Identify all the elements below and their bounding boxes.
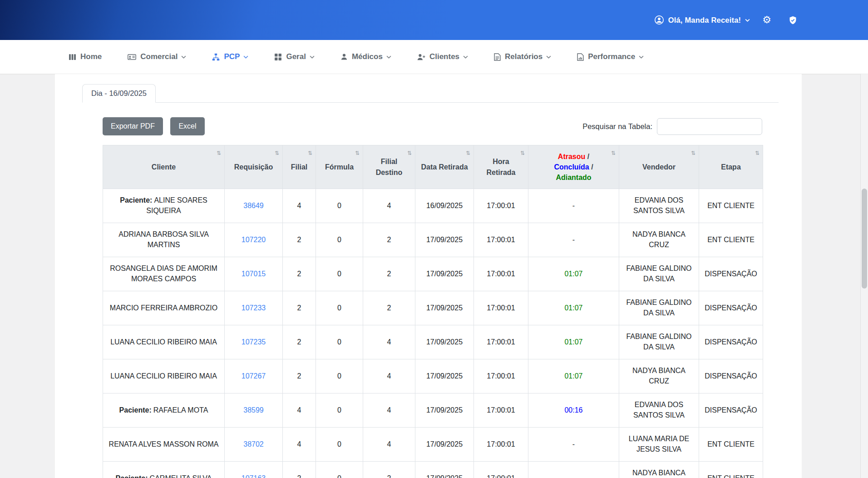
- cell-cliente: LUANA CECILIO RIBEIRO MAIA: [103, 359, 225, 393]
- cell-vendedor: EDVANIA DOS SANTOS SILVA: [619, 393, 699, 428]
- col-header-label: Etapa: [721, 163, 741, 171]
- requisition-link[interactable]: 107235: [242, 338, 266, 346]
- cell-vendedor: EDVANIA DOS SANTOS SILVA: [619, 189, 699, 223]
- cell-requisicao: 38649: [225, 189, 283, 223]
- col-header-etapa[interactable]: ⇅Etapa: [699, 145, 763, 189]
- table-row: RENATA ALVES MASSON ROMA 38702 4 0 4 17/…: [103, 428, 763, 462]
- cell-vendedor: LUANA MARIA DE JESUS SILVA: [619, 428, 699, 462]
- cell-data-retirada: 16/09/2025: [415, 189, 474, 223]
- requisition-link[interactable]: 107233: [242, 304, 266, 312]
- cell-formula: 0: [316, 223, 363, 257]
- cell-requisicao: 38702: [225, 428, 283, 462]
- nav-item-comercial[interactable]: Comercial: [128, 52, 186, 61]
- table-row: LUANA CECILIO RIBEIRO MAIA 107235 2 0 4 …: [103, 325, 763, 359]
- cell-formula: 0: [316, 428, 363, 462]
- excel-button[interactable]: Excel: [170, 117, 204, 135]
- cell-cliente: Paciente:ALINE SOARES SIQUEIRA: [103, 189, 225, 223]
- cell-cliente: LUANA CECILIO RIBEIRO MAIA: [103, 325, 225, 359]
- col-header-status[interactable]: ⇅ Atrasou / Concluída / Adiantado: [528, 145, 619, 189]
- cell-cliente: ADRIANA BARBOSA SILVA MARTINS: [103, 223, 225, 257]
- export-pdf-button[interactable]: Exportar PDF: [103, 117, 163, 135]
- cell-cliente: ROSANGELA DIAS DE AMORIM MORAES CAMPOS: [103, 257, 225, 291]
- col-header-cliente[interactable]: ⇅Cliente: [103, 145, 225, 189]
- cell-data-retirada: 17/09/2025: [415, 359, 474, 393]
- cell-filial: 4: [283, 428, 316, 462]
- col-header-vendedor[interactable]: ⇅Vendedor: [619, 145, 699, 189]
- status-separator: /: [585, 153, 589, 160]
- requisition-link[interactable]: 38702: [243, 440, 264, 448]
- topbar-right: Olá, Manda Receita! ⚙: [654, 15, 798, 25]
- cell-hora-retirada: 17:00:01: [474, 189, 528, 223]
- user-menu[interactable]: Olá, Manda Receita!: [654, 15, 750, 25]
- col-header-label: Requisição: [234, 163, 273, 171]
- search-input[interactable]: [657, 118, 762, 135]
- cell-status: 01:07: [528, 257, 619, 291]
- requisition-link[interactable]: 38649: [243, 202, 264, 209]
- tab-bar: Dia - 16/09/2025: [82, 74, 779, 103]
- cell-filial: 2: [283, 325, 316, 359]
- nav-item-pcp[interactable]: PCP: [212, 52, 248, 61]
- main-nav: Home Comercial PCP Geral Médicos Cliente…: [0, 40, 868, 74]
- nav-item-home[interactable]: Home: [69, 52, 102, 61]
- cell-cliente: RENATA ALVES MASSON ROMA: [103, 428, 225, 462]
- col-header-label: Filial Destino: [376, 158, 403, 176]
- gear-icon[interactable]: ⚙: [762, 15, 771, 25]
- nav-label: Médicos: [352, 52, 383, 61]
- sort-icon: ⇅: [691, 149, 695, 157]
- export-buttons: Exportar PDF Excel: [103, 117, 210, 135]
- chevron-down-icon: [386, 55, 391, 59]
- patient-prefix: Paciente:: [115, 474, 148, 478]
- cell-status: -: [528, 462, 619, 478]
- col-header-requisicao[interactable]: ⇅Requisição: [225, 145, 283, 189]
- col-header-data-retirada[interactable]: ⇅Data Retirada: [415, 145, 474, 189]
- col-header-hora-retirada[interactable]: ⇅Hora Retirada: [474, 145, 528, 189]
- table-header-row: ⇅Cliente ⇅Requisição ⇅Filial ⇅Fórmula ⇅F…: [103, 145, 763, 189]
- cell-etapa: DISPENSAÇÃO: [699, 359, 763, 393]
- tab-day[interactable]: Dia - 16/09/2025: [82, 84, 156, 103]
- cell-requisicao: 107220: [225, 223, 283, 257]
- cell-hora-retirada: 17:00:01: [474, 257, 528, 291]
- cell-filial-destino: 4: [363, 325, 415, 359]
- requisitions-table: ⇅Cliente ⇅Requisição ⇅Filial ⇅Fórmula ⇅F…: [103, 145, 763, 478]
- status-late-label: Atrasou: [558, 153, 585, 160]
- nav-item-performance[interactable]: Performance: [577, 52, 644, 61]
- toolbar: Exportar PDF Excel Pesquisar na Tabela:: [103, 117, 762, 135]
- cell-filial: 2: [283, 257, 316, 291]
- chevron-down-icon: [745, 19, 750, 22]
- cell-formula: 0: [316, 359, 363, 393]
- table-row: MARCIO FERREIRA AMBROZIO 107233 2 0 2 17…: [103, 291, 763, 325]
- col-header-label: Hora Retirada: [486, 158, 515, 176]
- scrollbar-thumb[interactable]: [862, 189, 867, 289]
- status-early-label: Adiantado: [556, 174, 591, 181]
- cell-requisicao: 107015: [225, 257, 283, 291]
- nav-item-relatorios[interactable]: Relatórios: [494, 52, 551, 61]
- status-separator: /: [589, 163, 593, 171]
- scrollbar[interactable]: [860, 74, 868, 478]
- requisition-link[interactable]: 107015: [242, 270, 266, 278]
- col-header-label: Fórmula: [325, 163, 354, 171]
- search-label: Pesquisar na Tabela:: [582, 122, 652, 131]
- cell-status: 00:16: [528, 393, 619, 428]
- col-header-filial-destino[interactable]: ⇅Filial Destino: [363, 145, 415, 189]
- nav-item-medicos[interactable]: Médicos: [340, 52, 391, 61]
- shield-check-icon[interactable]: [788, 15, 798, 25]
- user-icon: [340, 53, 348, 60]
- requisition-link[interactable]: 107220: [242, 236, 266, 244]
- nav-item-geral[interactable]: Geral: [274, 52, 314, 61]
- col-header-formula[interactable]: ⇅Fórmula: [316, 145, 363, 189]
- nav-label: Performance: [588, 52, 635, 61]
- table-row: Paciente:CARMELITA SILVA 107163 2 0 2 17…: [103, 462, 763, 478]
- col-header-filial[interactable]: ⇅Filial: [283, 145, 316, 189]
- requisition-link[interactable]: 38599: [243, 406, 264, 414]
- client-name: ROSANGELA DIAS DE AMORIM MORAES CAMPOS: [110, 264, 217, 283]
- table-body: Paciente:ALINE SOARES SIQUEIRA 38649 4 0…: [103, 189, 763, 478]
- sort-icon: ⇅: [755, 149, 760, 157]
- cell-formula: 0: [316, 257, 363, 291]
- user-circle-icon: [654, 15, 664, 25]
- cell-cliente: Paciente:RAFAELA MOTA: [103, 393, 225, 428]
- nav-item-clientes[interactable]: Clientes: [417, 52, 468, 61]
- id-card-icon: [128, 53, 136, 61]
- cell-status: 01:07: [528, 325, 619, 359]
- requisition-link[interactable]: 107267: [242, 372, 266, 380]
- requisition-link[interactable]: 107163: [242, 474, 266, 478]
